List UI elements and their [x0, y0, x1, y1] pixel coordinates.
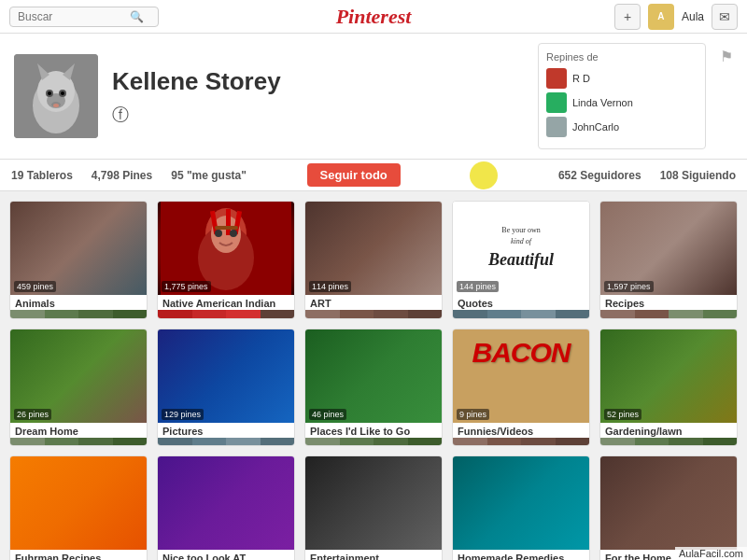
flag-icon[interactable]: ⚑ [720, 48, 733, 65]
repines-item-rd[interactable]: R D [546, 68, 698, 89]
board-card[interactable]: BACON9 pinesFunnies/VideosSeguir [452, 329, 590, 447]
board-thumb [487, 438, 522, 447]
header: 🔍 Pinterest + A Aula ✉ [0, 0, 747, 34]
board-title: Native American Indian [158, 295, 294, 310]
board-title: Entertainment [305, 550, 442, 560]
board-thumb [261, 310, 295, 319]
board-thumb [521, 438, 556, 447]
board-title: Animals [10, 295, 147, 310]
board-thumb [305, 310, 340, 319]
board-thumb [340, 310, 374, 319]
repines-item-johncarlo[interactable]: JohnCarlo [546, 117, 698, 137]
board-card[interactable]: 1,775 pinesNative American IndianSeguir [157, 201, 295, 319]
profile-section: Kellene Storey ⓕ Repines de R D Linda Ve… [0, 34, 747, 160]
profile-info: Kellene Storey ⓕ [112, 67, 524, 126]
board-thumb [192, 438, 227, 447]
board-card[interactable]: 459 pinesAnimalsSeguir [9, 201, 148, 319]
user-avatar[interactable]: A [648, 4, 674, 30]
stat-tableros[interactable]: 19 Tableros [11, 169, 73, 182]
stat-seguidores[interactable]: 652 Seguidores [558, 169, 641, 182]
header-right: + A Aula ✉ [614, 4, 738, 30]
board-thumbs [600, 310, 737, 319]
board-thumb [305, 438, 340, 447]
board-thumb [340, 438, 374, 447]
board-thumb [113, 310, 148, 319]
board-title: ART [305, 295, 442, 310]
profile-name: Kellene Storey [112, 67, 524, 96]
user-label: Aula [682, 10, 704, 23]
board-count: 9 pines [457, 409, 489, 420]
board-thumb [158, 310, 192, 319]
board-thumbs [10, 438, 147, 447]
board-thumb [78, 438, 113, 447]
repines-title: Repines de [546, 51, 698, 63]
board-title: Places I'd Like to Go [305, 423, 442, 438]
svg-point-11 [53, 104, 59, 107]
board-thumbs [305, 438, 442, 447]
boards-grid: 459 pinesAnimalsSeguir 1,775 pinesNative… [0, 191, 747, 560]
board-thumbs [453, 438, 589, 447]
board-card[interactable]: Be your own kind of Beautiful 144 pinesQ… [452, 201, 590, 319]
board-title: Fuhrman Recipes [10, 550, 147, 560]
board-count: 144 pines [457, 281, 499, 292]
svg-point-19 [215, 230, 222, 237]
board-thumbs [305, 310, 442, 319]
profile-social[interactable]: ⓕ [112, 104, 524, 126]
board-thumb [669, 310, 703, 319]
svg-rect-17 [226, 209, 231, 235]
repines-avatar-linda [546, 92, 567, 113]
board-card[interactable]: EntertainmentSeguir [304, 455, 443, 560]
board-thumbs [10, 310, 147, 319]
repines-name-johncarlo: JohnCarlo [572, 121, 619, 133]
repines-avatar-rd [546, 68, 567, 89]
board-thumb [669, 438, 703, 447]
search-box[interactable]: 🔍 [9, 7, 159, 27]
board-card[interactable]: 52 pinesGardening/lawnSeguir [599, 329, 738, 447]
board-thumb [556, 438, 590, 447]
board-thumb [226, 438, 261, 447]
pinterest-logo: Pinterest [336, 5, 412, 29]
board-card[interactable]: 129 pinesPicturesSeguir [157, 329, 295, 447]
svg-point-20 [230, 230, 237, 237]
board-thumb [226, 310, 261, 319]
board-thumb [374, 310, 408, 319]
stat-megusta[interactable]: 95 "me gusta" [171, 169, 247, 182]
board-thumb [113, 438, 148, 447]
board-title: Nice too Look AT [158, 550, 294, 560]
board-count: 1,597 pines [604, 281, 654, 292]
board-thumb [453, 310, 487, 319]
board-card[interactable]: Nice too Look ATSeguir [157, 455, 295, 560]
board-thumb [408, 310, 443, 319]
board-thumb [10, 310, 45, 319]
board-thumb [78, 310, 113, 319]
board-thumb [556, 310, 590, 319]
svg-point-8 [48, 91, 51, 95]
board-count: 114 pines [309, 281, 351, 292]
board-card[interactable]: 46 pinesPlaces I'd Like to GoSeguir [304, 329, 443, 447]
board-title: Quotes [453, 295, 589, 310]
board-card[interactable]: For the HomeSeguir [599, 455, 738, 560]
board-count: 46 pines [309, 409, 346, 420]
board-title: Pictures [158, 423, 294, 438]
board-thumb [261, 438, 295, 447]
svg-rect-21 [215, 226, 238, 230]
board-card[interactable]: 114 pinesARTSeguir [304, 201, 443, 319]
board-title: Gardening/lawn [600, 423, 737, 438]
board-thumb [374, 438, 408, 447]
follow-all-button[interactable]: Seguir todo [307, 163, 401, 187]
board-card[interactable]: Fuhrman RecipesSeguir [9, 455, 148, 560]
cursor-indicator [470, 161, 498, 189]
stat-siguiendo[interactable]: 108 Siguiendo [660, 169, 736, 182]
search-input[interactable] [18, 10, 130, 23]
board-title: Funnies/Videos [453, 423, 589, 438]
board-thumb [635, 310, 669, 319]
notification-button[interactable]: ✉ [712, 4, 738, 30]
board-card[interactable]: Homemade RemediesSeguir [452, 455, 590, 560]
add-button[interactable]: + [614, 4, 641, 30]
board-title: Recipes [600, 295, 737, 310]
board-card[interactable]: 26 pinesDream HomeSeguir [9, 329, 148, 447]
repines-item-linda[interactable]: Linda Vernon [546, 92, 698, 113]
board-card[interactable]: 1,597 pinesRecipesSeguir [599, 201, 738, 319]
stat-pines[interactable]: 4,798 Pines [92, 169, 152, 182]
svg-point-9 [61, 91, 64, 95]
